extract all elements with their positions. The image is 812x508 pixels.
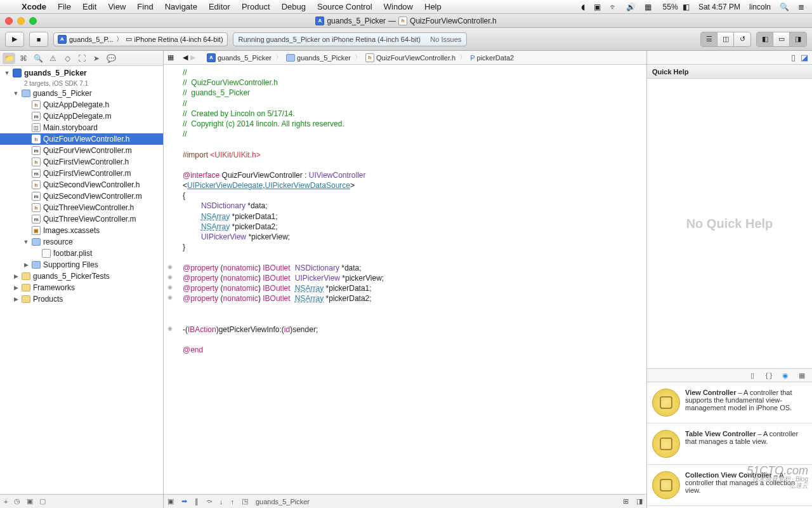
jump-seg[interactable]: guands_5_Picker	[218, 54, 272, 62]
tree-row[interactable]: hQuizAppDelegate.h	[0, 99, 163, 110]
code-snippet-tab[interactable]: { }	[764, 371, 774, 379]
tree-row[interactable]: ▶Products	[0, 293, 163, 305]
view-mode-icon[interactable]: ⊞	[623, 497, 629, 505]
test-navigator-tab[interactable]: ◇	[61, 53, 74, 64]
file-template-tab[interactable]: ▯	[747, 371, 757, 380]
menuextra-icon[interactable]: ◖	[579, 3, 587, 11]
assistant-editor-icon[interactable]: ◫	[717, 32, 734, 46]
file-inspector-tab[interactable]: ▯	[791, 53, 796, 62]
editor-mode-segmented[interactable]: ☰ ◫ ↺	[700, 32, 751, 47]
back-button[interactable]: ◀	[183, 53, 188, 62]
debug-bar: ▣ ➡ ‖ ⤼ ↓ ↑ ◳ guands_5_Picker ⊞ ◨	[164, 494, 646, 508]
wifi-icon[interactable]: ᯤ	[607, 3, 620, 11]
volume-icon[interactable]: 🔊	[624, 3, 638, 11]
stop-button[interactable]: ■	[29, 32, 48, 47]
filter-box-icon[interactable]: ▢	[39, 497, 46, 505]
library-item[interactable]: View Controller – A controller that supp…	[647, 382, 812, 424]
menu-help[interactable]: Help	[419, 2, 447, 11]
media-library-tab[interactable]: ▦	[797, 371, 807, 380]
tree-row[interactable]: hQuizThreeViewController.h	[0, 202, 163, 213]
debug-location-icon[interactable]: ◳	[242, 497, 248, 505]
tree-row[interactable]: mQuizAppDelegate.m	[0, 110, 163, 122]
filter-scm-icon[interactable]: ▣	[27, 497, 33, 505]
tree-row[interactable]: ▼resource	[0, 236, 163, 248]
menuextra-icon[interactable]: ▦	[642, 3, 654, 11]
toggle-navigator-icon[interactable]: ◧	[757, 32, 773, 46]
menu-editor[interactable]: Editor	[204, 2, 235, 11]
object-library-tab[interactable]: ◉	[780, 371, 790, 380]
debug-target[interactable]: guands_5_Picker	[256, 498, 310, 505]
minimize-button[interactable]	[17, 17, 25, 25]
standard-editor-icon[interactable]: ☰	[701, 32, 717, 46]
library-item[interactable]: Collection View Controller – A controlle…	[647, 465, 812, 506]
menu-find[interactable]: Find	[132, 2, 158, 11]
step-out-icon[interactable]: ↑	[231, 498, 235, 505]
forward-button[interactable]: ▶	[190, 53, 195, 62]
breakpoints-toggle-icon[interactable]: ➡	[181, 497, 187, 505]
tree-row[interactable]: ▶Frameworks	[0, 282, 163, 293]
tree-row[interactable]: mQuizSecondViewController.m	[0, 190, 163, 202]
tree-row[interactable]: mQuizFirstViewController.m	[0, 168, 163, 179]
tree-row[interactable]: hQuizFirstViewController.h	[0, 156, 163, 168]
menuextra-icon[interactable]: ▣	[591, 3, 603, 11]
toggle-utilities-icon[interactable]: ◨	[790, 32, 806, 46]
scheme-selector[interactable]: A guands_5_P... 〉 ▭ iPhone Retina (4-inc…	[53, 32, 228, 46]
object-library-list[interactable]: View Controller – A controller that supp…	[647, 382, 812, 508]
tree-row[interactable]: mQuizThreeViewController.m	[0, 213, 163, 225]
menu-file[interactable]: File	[53, 2, 76, 11]
find-navigator-tab[interactable]: 🔍	[32, 53, 44, 64]
view-toggle-segmented[interactable]: ◧ ▭ ◨	[756, 32, 807, 47]
tree-row[interactable]: ◫Main.storyboard	[0, 122, 163, 133]
toggle-debug-icon[interactable]: ▭	[773, 32, 790, 46]
jump-bar[interactable]: ▦ ◀ ▶ Aguands_5_Picker 〉 guands_5_Picker…	[164, 51, 646, 65]
app-menu[interactable]: Xcode	[16, 2, 51, 11]
tree-row[interactable]: hQuizFourViewController.h	[0, 133, 163, 145]
notification-center-icon[interactable]: ≣	[796, 3, 807, 11]
jump-seg[interactable]: QuizFourViewController.h	[376, 54, 455, 62]
menu-window[interactable]: Window	[379, 2, 418, 11]
spotlight-icon[interactable]: 🔍	[777, 3, 792, 11]
console-toggle-icon[interactable]: ◨	[636, 497, 643, 505]
clock[interactable]: Sat 4:57 PM	[696, 3, 743, 11]
step-into-icon[interactable]: ↓	[219, 498, 223, 505]
add-icon[interactable]: +	[4, 498, 8, 505]
step-over-icon[interactable]: ⤼	[206, 497, 212, 505]
version-editor-icon[interactable]: ↺	[734, 32, 750, 46]
code-editor[interactable]: ◉◉◉◉◉// // QuizFourViewController.h // g…	[164, 65, 646, 494]
zoom-button[interactable]	[29, 17, 37, 25]
menu-edit[interactable]: Edit	[77, 2, 102, 11]
menu-product[interactable]: Product	[237, 2, 275, 11]
debug-navigator-tab[interactable]: ⛶	[75, 53, 88, 64]
battery-percent[interactable]: 55% ◧	[658, 3, 692, 11]
run-button[interactable]: ▶	[5, 32, 24, 47]
close-button[interactable]	[5, 17, 13, 25]
tree-row[interactable]: footbar.plist	[0, 248, 163, 259]
tree-row[interactable]: ▣Images.xcassets	[0, 225, 163, 236]
report-navigator-tab[interactable]: 💬	[105, 53, 117, 64]
menu-view[interactable]: View	[103, 2, 131, 11]
library-item[interactable]: Table View Controller – A controller tha…	[647, 424, 812, 465]
issue-navigator-tab[interactable]: ⚠	[46, 53, 59, 64]
filter-clock-icon[interactable]: ◷	[14, 497, 20, 505]
tree-row[interactable]: mQuizFourViewController.m	[0, 145, 163, 156]
jump-seg[interactable]: pickerData2	[477, 54, 514, 62]
tree-project-root[interactable]: ▼ guands_5_Picker	[0, 67, 163, 79]
tree-row[interactable]: ▶guands_5_PickerTests	[0, 271, 163, 282]
toggle-debug-area-icon[interactable]: ▣	[167, 497, 174, 505]
menu-source-control[interactable]: Source Control	[312, 2, 377, 11]
navigator-filter-bar[interactable]: + ◷ ▣ ▢	[0, 494, 163, 508]
related-items-icon[interactable]: ▦	[167, 53, 174, 62]
tree-row[interactable]: ▼guands_5_Picker	[0, 88, 163, 99]
project-navigator-tab[interactable]: 📁	[3, 53, 15, 64]
pause-icon[interactable]: ‖	[195, 497, 199, 505]
tree-row[interactable]: hQuizSecondViewController.h	[0, 179, 163, 190]
quick-help-tab[interactable]: ◪	[801, 53, 808, 62]
symbol-navigator-tab[interactable]: ⌘	[17, 53, 30, 64]
menu-debug[interactable]: Debug	[277, 2, 311, 11]
jump-seg[interactable]: guands_5_Picker	[297, 54, 351, 62]
project-tree[interactable]: ▼ guands_5_Picker 2 targets, iOS SDK 7.1…	[0, 66, 163, 494]
tree-row[interactable]: ▶Supporting Files	[0, 259, 163, 271]
user-menu[interactable]: lincoln	[747, 3, 773, 11]
menu-navigate[interactable]: Navigate	[160, 2, 202, 11]
breakpoint-navigator-tab[interactable]: ➤	[90, 53, 103, 64]
